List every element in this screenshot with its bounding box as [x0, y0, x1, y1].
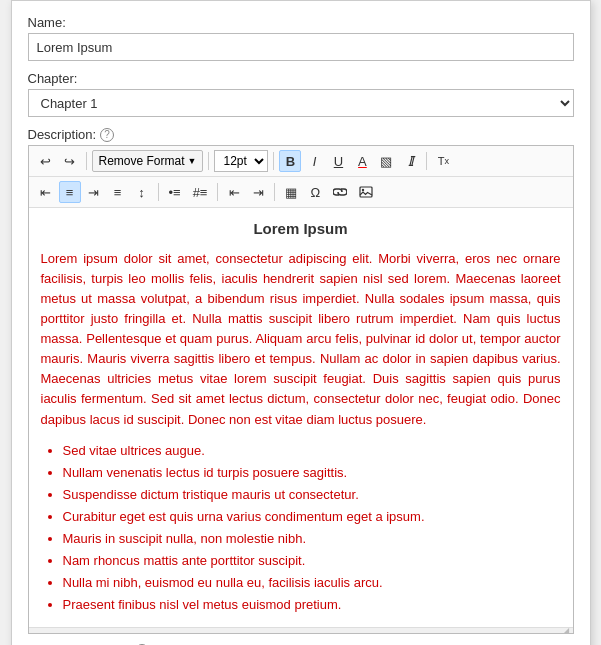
list-item: Praesent finibus nisl vel metus euismod …	[63, 594, 561, 616]
ordered-list-button[interactable]: #≡	[188, 181, 213, 203]
description-group: Description: ? ↩ ↪ Remove Format ▼ 12pt …	[28, 127, 574, 634]
toolbar-separator-1	[86, 152, 87, 170]
editor-content[interactable]: Lorem Ipsum Lorem ipsum dolor sit amet, …	[29, 208, 573, 627]
list-item: Curabitur eget est quis urna varius cond…	[63, 506, 561, 528]
special-char-button[interactable]: Ω	[304, 181, 326, 203]
align-left-button[interactable]: ⇤	[35, 181, 57, 203]
name-label-text: Name:	[28, 15, 66, 30]
description-help-icon[interactable]: ?	[100, 128, 114, 142]
dialog: Name: Chapter: Chapter 1 Chapter 2 Chapt…	[11, 0, 591, 645]
redo-button[interactable]: ↪	[59, 150, 81, 172]
toolbar-separator-5	[158, 183, 159, 201]
list-item: Mauris in suscipit nulla, non molestie n…	[63, 528, 561, 550]
image-icon	[359, 186, 373, 198]
remove-format-label: Remove Format	[99, 154, 185, 168]
list-item: Sed vitae ultrices augue.	[63, 440, 561, 462]
align-right-button[interactable]: ⇥	[83, 181, 105, 203]
table-button[interactable]: ▦	[280, 181, 302, 203]
description-label: Description: ?	[28, 127, 574, 142]
editor-resize-handle[interactable]	[29, 627, 573, 633]
name-group: Name:	[28, 15, 574, 61]
list-item: Nulla mi nibh, euismod eu nulla eu, faci…	[63, 572, 561, 594]
italic-icon: I	[313, 154, 317, 169]
list-item: Nam rhoncus mattis ante porttitor suscip…	[63, 550, 561, 572]
undo-button[interactable]: ↩	[35, 150, 57, 172]
superscript-button[interactable]: Tx	[432, 150, 454, 172]
font-size-select[interactable]: 12pt 10pt 14pt 16pt 18pt	[214, 150, 268, 172]
align-justify-button[interactable]: ≡	[107, 181, 129, 203]
link-icon	[333, 187, 347, 197]
unordered-list-button[interactable]: •≡	[164, 181, 186, 203]
outdent-button[interactable]: ⇤	[223, 181, 245, 203]
toolbar-separator-2	[208, 152, 209, 170]
italic-button[interactable]: I	[303, 150, 325, 172]
underline-icon: U	[334, 154, 343, 169]
strikethrough-button[interactable]: 𝕀	[399, 150, 421, 172]
indent-button[interactable]: ⇥	[247, 181, 269, 203]
name-input[interactable]	[28, 33, 574, 61]
chapter-label: Chapter:	[28, 71, 574, 86]
align-center-button[interactable]: ≡	[59, 181, 81, 203]
chapter-label-text: Chapter:	[28, 71, 78, 86]
toolbar-separator-6	[217, 183, 218, 201]
link-button[interactable]	[328, 181, 352, 203]
underline-button[interactable]: U	[327, 150, 349, 172]
name-label: Name:	[28, 15, 574, 30]
svg-rect-0	[360, 187, 372, 197]
toolbar-separator-7	[274, 183, 275, 201]
toolbar-row1: ↩ ↪ Remove Format ▼ 12pt 10pt 14pt 16pt …	[29, 146, 573, 177]
description-label-text: Description:	[28, 127, 97, 142]
editor-wrapper: ↩ ↪ Remove Format ▼ 12pt 10pt 14pt 16pt …	[28, 145, 574, 634]
chapter-select[interactable]: Chapter 1 Chapter 2 Chapter 3	[28, 89, 574, 117]
bold-button[interactable]: B	[279, 150, 301, 172]
list-item: Suspendisse dictum tristique mauris ut c…	[63, 484, 561, 506]
remove-format-arrow-icon: ▼	[188, 156, 197, 166]
toolbar-row2: ⇤ ≡ ⇥ ≡ ↕ •≡ #≡ ⇤ ⇥ ▦ Ω	[29, 177, 573, 208]
font-color-button[interactable]: A	[351, 150, 373, 172]
highlight-button[interactable]: ▧	[375, 150, 397, 172]
list-item: Nullam venenatis lectus id turpis posuer…	[63, 462, 561, 484]
svg-point-1	[362, 189, 364, 191]
editor-title: Lorem Ipsum	[41, 218, 561, 241]
image-button[interactable]	[354, 181, 378, 203]
editor-list: Sed vitae ultrices augue. Nullam venenat…	[41, 440, 561, 617]
toolbar-separator-3	[273, 152, 274, 170]
chapter-group: Chapter: Chapter 1 Chapter 2 Chapter 3	[28, 71, 574, 117]
remove-format-button[interactable]: Remove Format ▼	[92, 150, 204, 172]
toolbar-separator-4	[426, 152, 427, 170]
line-height-button[interactable]: ↕	[131, 181, 153, 203]
editor-body: Lorem ipsum dolor sit amet, consectetur …	[41, 249, 561, 430]
